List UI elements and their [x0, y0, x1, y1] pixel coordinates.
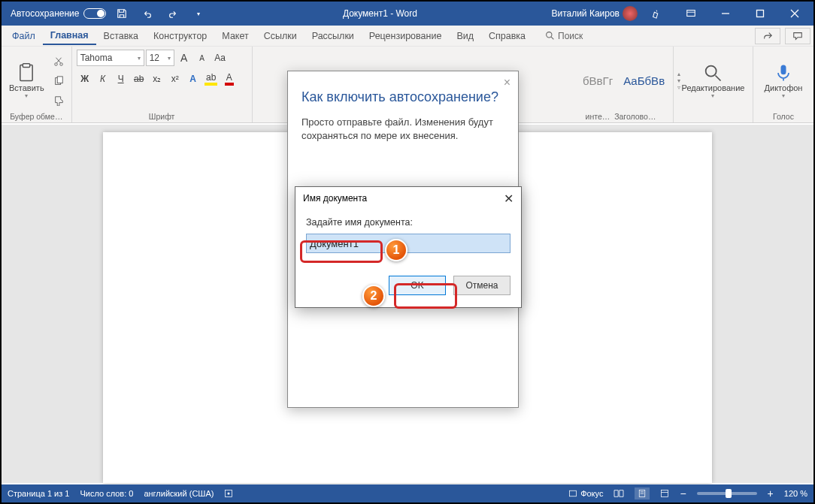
- dictate-button[interactable]: Диктофон ▾: [762, 62, 806, 99]
- print-layout-icon[interactable]: [635, 487, 650, 499]
- tab-mailings[interactable]: Рассылки: [304, 28, 362, 44]
- strike-button[interactable]: ab: [131, 71, 147, 87]
- search-icon: [702, 62, 723, 83]
- highlight-button[interactable]: ab: [203, 71, 220, 87]
- svg-rect-6: [23, 64, 30, 68]
- svg-point-3: [547, 32, 552, 38]
- superscript-button[interactable]: x²: [167, 71, 183, 87]
- popup-close-icon[interactable]: ×: [504, 76, 511, 89]
- paste-label: Вставить: [9, 83, 44, 92]
- zoom-slider[interactable]: [697, 492, 757, 495]
- copy-icon[interactable]: [50, 73, 67, 89]
- styles-group: бВвГг АаБбВв ▴▾▿ инте… Заголово…: [568, 47, 674, 122]
- style-item-2[interactable]: АаБбВв: [618, 71, 670, 91]
- cut-icon[interactable]: [50, 53, 67, 70]
- font-family-combo[interactable]: Tahoma▾: [77, 50, 144, 66]
- shrink-font-button[interactable]: A: [194, 50, 211, 66]
- paste-button[interactable]: Вставить ▾: [6, 62, 47, 99]
- tab-home[interactable]: Главная: [43, 27, 96, 45]
- qat-dropdown-icon[interactable]: ▾: [189, 5, 208, 23]
- zoom-out-button[interactable]: −: [680, 487, 686, 499]
- close-button[interactable]: [779, 2, 810, 26]
- rename-dialog: Имя документа ✕ Задайте имя документа: O…: [295, 186, 522, 308]
- underline-button[interactable]: Ч: [113, 71, 129, 87]
- macro-icon[interactable]: [224, 489, 233, 498]
- dialog-close-icon[interactable]: ✕: [504, 192, 514, 206]
- tab-file[interactable]: Файл: [5, 28, 43, 44]
- status-page[interactable]: Страница 1 из 1: [8, 489, 69, 498]
- autosave-toggle[interactable]: [83, 8, 106, 19]
- change-case-button[interactable]: Aa: [212, 50, 229, 66]
- editing-label: Редактирование: [682, 83, 745, 92]
- grow-font-button[interactable]: A: [176, 50, 192, 66]
- dialog-title: Имя документа: [303, 193, 367, 204]
- search-button[interactable]: Поиск: [545, 31, 583, 41]
- dictate-label: Диктофон: [765, 83, 803, 92]
- font-group: Tahoma▾ 12▾ A A Aa Ж К Ч ab x₂ x² A ab A: [72, 47, 253, 122]
- mic-icon: [773, 62, 794, 83]
- read-mode-icon[interactable]: [614, 489, 624, 498]
- text-effects-button[interactable]: A: [185, 71, 201, 87]
- document-title: Документ1 - Word: [208, 8, 551, 19]
- focus-mode[interactable]: Фокус: [568, 489, 603, 498]
- tab-insert[interactable]: Вставка: [96, 28, 146, 44]
- titlebar: Автосохранение ▾ Документ1 - Word Витали…: [2, 2, 813, 26]
- user-avatar[interactable]: [623, 6, 638, 21]
- search-label: Поиск: [558, 31, 583, 41]
- style-gallery[interactable]: бВвГг АаБбВв: [573, 64, 674, 98]
- zoom-level[interactable]: 120 %: [784, 489, 807, 498]
- svg-point-7: [54, 62, 57, 65]
- cancel-button[interactable]: Отмена: [453, 276, 511, 295]
- dialog-prompt: Задайте имя документа:: [306, 217, 511, 228]
- autosave-toggle-group[interactable]: Автосохранение: [11, 8, 106, 19]
- svg-rect-2: [757, 11, 764, 17]
- tab-help[interactable]: Справка: [481, 28, 533, 44]
- status-language[interactable]: английский (США): [144, 489, 214, 498]
- font-size-combo[interactable]: 12▾: [146, 50, 174, 66]
- document-name-input[interactable]: [306, 234, 511, 253]
- share-button[interactable]: [755, 28, 780, 44]
- ok-button[interactable]: OK: [389, 276, 446, 295]
- voice-group-label: Голос: [758, 112, 809, 122]
- bold-button[interactable]: Ж: [77, 71, 93, 87]
- status-words[interactable]: Число слов: 0: [80, 489, 133, 498]
- tab-references[interactable]: Ссылки: [256, 28, 304, 44]
- svg-line-4: [551, 37, 553, 39]
- svg-point-8: [59, 62, 62, 65]
- svg-rect-0: [687, 11, 695, 17]
- minimize-button[interactable]: [710, 2, 741, 26]
- status-bar: Страница 1 из 1 Число слов: 0 английский…: [2, 484, 813, 502]
- undo-icon[interactable]: [138, 5, 157, 23]
- editing-group: Редактирование ▾: [674, 47, 753, 122]
- tab-design[interactable]: Конструктор: [146, 28, 214, 44]
- clipboard-group: Вставить ▾ Буфер обме…: [2, 47, 72, 122]
- svg-rect-13: [781, 65, 786, 75]
- user-name[interactable]: Виталий Каиров: [551, 8, 620, 19]
- annotation-badge-2: 2: [362, 285, 385, 307]
- tab-review[interactable]: Рецензирование: [362, 28, 450, 44]
- svg-rect-20: [662, 490, 668, 497]
- editing-button[interactable]: Редактирование ▾: [679, 62, 748, 99]
- svg-rect-10: [57, 76, 62, 83]
- tab-view[interactable]: Вид: [449, 28, 481, 44]
- svg-point-11: [706, 66, 717, 77]
- zoom-in-button[interactable]: +: [768, 487, 774, 499]
- font-color-button[interactable]: A: [221, 71, 238, 87]
- voice-group: Диктофон ▾ Голос: [753, 47, 813, 122]
- maximize-button[interactable]: [744, 2, 776, 26]
- ribbon-display-icon[interactable]: [675, 2, 707, 26]
- popup-title: Как включить автосохранение?: [301, 89, 504, 105]
- web-layout-icon[interactable]: [660, 489, 669, 498]
- font-group-label: Шрифт: [77, 112, 247, 122]
- save-icon[interactable]: [112, 5, 132, 23]
- autosave-label: Автосохранение: [11, 8, 79, 19]
- redo-icon[interactable]: [163, 5, 183, 23]
- style-item-1[interactable]: бВвГг: [577, 71, 618, 91]
- notes-icon[interactable]: [641, 2, 672, 26]
- ribbon-tabs: Файл Главная Вставка Конструктор Макет С…: [2, 26, 813, 47]
- comments-button[interactable]: [785, 28, 810, 44]
- subscript-button[interactable]: x₂: [149, 71, 165, 87]
- tab-layout[interactable]: Макет: [214, 28, 256, 44]
- italic-button[interactable]: К: [95, 71, 111, 87]
- format-painter-icon[interactable]: [50, 92, 67, 109]
